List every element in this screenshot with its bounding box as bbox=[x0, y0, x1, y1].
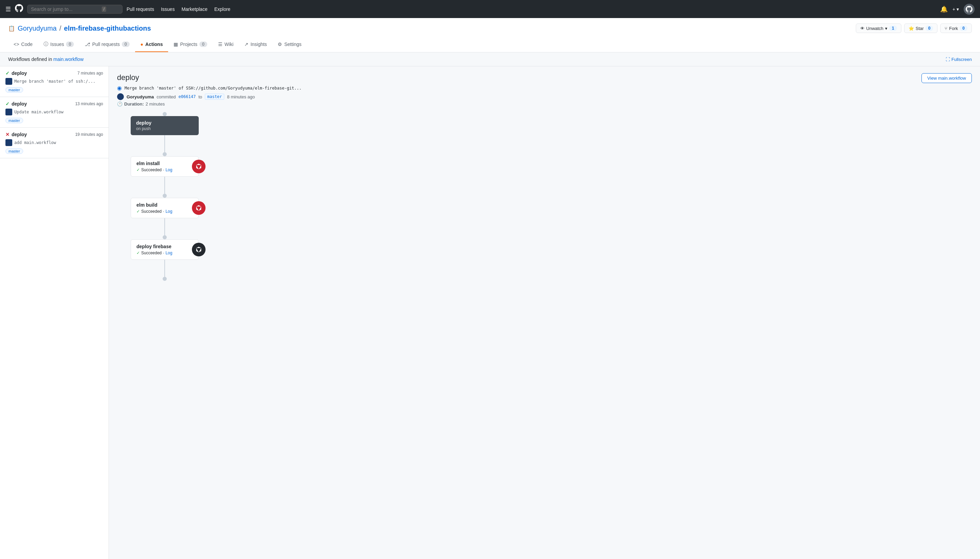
watch-label: Unwatch bbox=[866, 26, 884, 31]
elm-install-log-link[interactable]: Log bbox=[165, 167, 172, 172]
watch-count: 1 bbox=[889, 26, 897, 31]
tab-pr-label: Pull requests bbox=[92, 41, 120, 47]
deploy-firebase-title: deploy firebase bbox=[137, 244, 175, 249]
watch-button[interactable]: 👁 Unwatch ▾ 1 bbox=[856, 23, 901, 33]
repo-tabs: <> Code ⓘ Issues 0 ⎇ Pull requests 0 ● A… bbox=[8, 37, 972, 52]
workflow-3-time: 19 minutes ago bbox=[75, 132, 103, 137]
projects-count: 0 bbox=[200, 41, 207, 47]
workflow-2-time: 13 minutes ago bbox=[75, 101, 103, 106]
fork-count: 0 bbox=[960, 26, 967, 31]
main-content: ✓ deploy 7 minutes ago Merge branch 'mas… bbox=[0, 66, 980, 559]
user-avatar[interactable] bbox=[964, 4, 975, 15]
repo-name-link[interactable]: elm-firebase-githubactions bbox=[64, 25, 151, 32]
fullscreen-button[interactable]: ⛶ Fullscreen bbox=[945, 57, 972, 62]
workflow-canvas: deploy ◉ Merge branch 'master' of SSH://… bbox=[109, 66, 980, 559]
trigger-title: deploy bbox=[136, 120, 178, 126]
elm-install-icon bbox=[192, 160, 206, 173]
tab-code[interactable]: <> Code bbox=[8, 37, 38, 52]
tab-wiki[interactable]: ☰ Wiki bbox=[213, 37, 239, 52]
tab-projects[interactable]: ▦ Projects 0 bbox=[168, 37, 212, 52]
workflow-1-branch: master bbox=[5, 87, 23, 93]
elm-install-node: elm install ✓ Succeeded · Log bbox=[131, 156, 199, 177]
workflow-1-avatar bbox=[5, 78, 12, 85]
new-menu-button[interactable]: + ▾ bbox=[952, 7, 959, 12]
connector-2 bbox=[164, 177, 165, 194]
pr-count: 0 bbox=[122, 41, 130, 47]
repo-actions: 👁 Unwatch ▾ 1 ⭐ Star 0 ⑂ Fork 0 bbox=[856, 23, 972, 33]
workflow-item-3-header: ✕ deploy 19 minutes ago bbox=[5, 132, 103, 137]
workflows-text: Workflows defined in main.workflow bbox=[8, 56, 84, 62]
github-logo[interactable] bbox=[15, 4, 23, 14]
tab-actions[interactable]: ● Actions bbox=[135, 37, 168, 52]
fork-label: Fork bbox=[949, 26, 958, 31]
elm-build-status-text: Succeeded bbox=[141, 209, 162, 214]
code-icon: <> bbox=[13, 41, 19, 47]
search-input[interactable] bbox=[31, 7, 99, 12]
star-button[interactable]: ⭐ Star 0 bbox=[904, 23, 938, 33]
nav-pull-requests[interactable]: Pull requests bbox=[127, 7, 154, 12]
wiki-icon: ☰ bbox=[218, 41, 223, 47]
tab-insights[interactable]: ↗ Insights bbox=[239, 37, 272, 52]
elm-build-node-container: elm build ✓ Succeeded · Log bbox=[131, 198, 199, 239]
elm-build-title: elm build bbox=[137, 202, 175, 208]
repo-owner-link[interactable]: Goryudyuma bbox=[18, 25, 57, 32]
repo-separator: / bbox=[59, 25, 62, 32]
nav-marketplace[interactable]: Marketplace bbox=[181, 7, 207, 12]
elm-build-log-link[interactable]: Log bbox=[165, 209, 172, 214]
deploy-firebase-log-link[interactable]: Log bbox=[165, 251, 172, 255]
view-workflow-button[interactable]: View main.workflow bbox=[921, 73, 972, 83]
workflow-file-link[interactable]: main.workflow bbox=[53, 56, 84, 62]
clock-icon: 🕐 bbox=[117, 101, 122, 107]
commit-message: Merge branch 'master' of SSH://github.co… bbox=[125, 86, 302, 91]
tab-issues[interactable]: ⓘ Issues 0 bbox=[38, 37, 79, 52]
workflow-1-name: ✓ deploy bbox=[5, 71, 27, 76]
notification-icon[interactable]: 🔔 bbox=[940, 5, 948, 13]
watch-dropdown-icon: ▾ bbox=[885, 26, 888, 31]
workflow-1-label: deploy bbox=[12, 71, 27, 76]
settings-icon: ⚙ bbox=[278, 41, 282, 47]
deploy-firebase-check-icon: ✓ bbox=[137, 251, 140, 255]
deploy-firebase-status-text: Succeeded bbox=[141, 251, 162, 255]
workflow-item-2[interactable]: ✓ deploy 13 minutes ago Update main.work… bbox=[0, 97, 109, 128]
workflow-3-branch: master bbox=[5, 149, 23, 154]
duration-label: Duration: bbox=[124, 101, 144, 107]
deploy-firebase-icon bbox=[192, 243, 206, 256]
star-label: Star bbox=[916, 26, 924, 31]
top-navigation: ☰ / Pull requests Issues Marketplace Exp… bbox=[0, 0, 980, 18]
workflow-item-1[interactable]: ✓ deploy 7 minutes ago Merge branch 'mas… bbox=[0, 66, 109, 97]
elm-install-node-container: elm install ✓ Succeeded · Log bbox=[131, 156, 199, 198]
fork-button[interactable]: ⑂ Fork 0 bbox=[940, 23, 972, 33]
nav-issues[interactable]: Issues bbox=[161, 7, 175, 12]
workflow-item-2-header: ✓ deploy 13 minutes ago bbox=[5, 101, 103, 107]
search-box[interactable]: / bbox=[27, 5, 122, 13]
elm-install-status-text: Succeeded bbox=[141, 167, 162, 172]
repo-icon: 📋 bbox=[8, 25, 15, 31]
elm-build-box: elm build ✓ Succeeded · Log bbox=[131, 198, 199, 218]
insights-icon: ↗ bbox=[244, 41, 248, 47]
workflows-defined-text: Workflows defined in bbox=[8, 56, 53, 62]
actions-icon: ● bbox=[140, 41, 143, 47]
workflow-2-name: ✓ deploy bbox=[5, 101, 27, 107]
search-shortcut: / bbox=[102, 7, 106, 12]
commit-hash[interactable]: e066147 bbox=[179, 94, 196, 99]
hamburger-icon[interactable]: ☰ bbox=[5, 5, 11, 13]
projects-icon: ▦ bbox=[173, 41, 178, 47]
committer-action: commited bbox=[157, 94, 176, 99]
tab-pull-requests[interactable]: ⎇ Pull requests 0 bbox=[79, 37, 135, 52]
nav-explore[interactable]: Explore bbox=[214, 7, 230, 12]
workflows-bar: Workflows defined in main.workflow ⛶ Ful… bbox=[0, 53, 980, 66]
star-count: 0 bbox=[926, 26, 934, 31]
repo-header: 📋 Goryudyuma / elm-firebase-githubaction… bbox=[0, 18, 980, 53]
trigger-node: deploy on push bbox=[131, 116, 199, 135]
tab-settings[interactable]: ⚙ Settings bbox=[272, 37, 307, 52]
workflow-item-3[interactable]: ✕ deploy 19 minutes ago add main.workflo… bbox=[0, 128, 109, 158]
committer-name: Goryudyuma bbox=[127, 94, 154, 99]
nav-right: 🔔 + ▾ bbox=[940, 4, 975, 15]
deploy-title: deploy bbox=[117, 73, 302, 82]
issues-icon: ⓘ bbox=[44, 41, 48, 47]
commit-dot-icon: ◉ bbox=[117, 85, 122, 91]
workflow-2-avatar bbox=[5, 109, 12, 116]
workflow-1-commit: Merge branch 'master' of ssh:/... bbox=[5, 78, 103, 85]
branch-badge: master bbox=[205, 94, 224, 100]
elm-install-title: elm install bbox=[137, 161, 175, 166]
